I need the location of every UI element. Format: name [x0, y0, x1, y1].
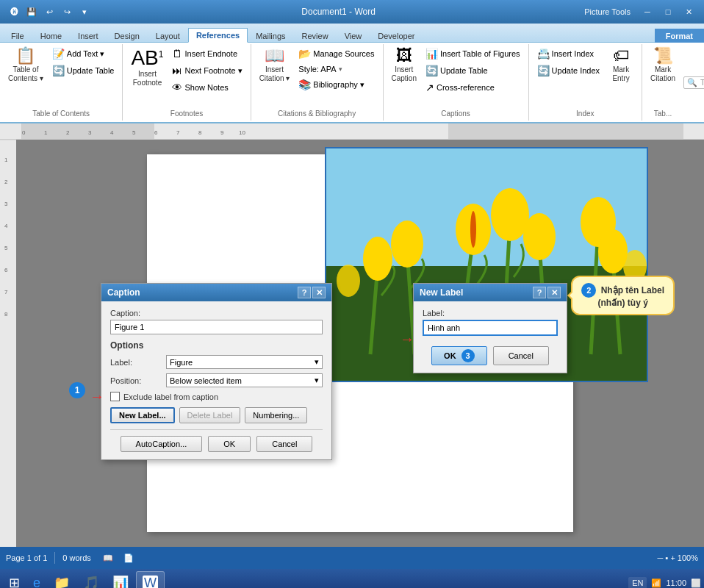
- customize-btn[interactable]: ▾: [76, 4, 93, 20]
- new-label-btn[interactable]: New Label...: [110, 407, 175, 423]
- update-table-captions-btn[interactable]: 🔄 Update Table: [422, 62, 524, 79]
- group-citations-label: Citations & Bibliography: [278, 110, 356, 119]
- svg-text:1: 1: [44, 129, 48, 136]
- new-label-input[interactable]: [423, 320, 558, 336]
- group-footnotes-label: Footnotes: [170, 110, 203, 119]
- toc-icon: 📋: [15, 48, 35, 64]
- tab-design[interactable]: Design: [107, 29, 148, 43]
- svg-text:5: 5: [132, 129, 136, 136]
- new-label-close-btn[interactable]: ✕: [547, 287, 561, 298]
- table-of-contents-btn[interactable]: 📋 Table ofContents ▾: [4, 46, 47, 85]
- cross-reference-btn[interactable]: ↗ Cross-reference: [422, 79, 524, 96]
- tab-mailings[interactable]: Mailings: [248, 29, 293, 43]
- autocaption-btn[interactable]: AutoCaption...: [121, 436, 203, 452]
- update-toc-icon: 🔄: [52, 65, 65, 76]
- clock: 11:00: [666, 578, 686, 587]
- media-btn[interactable]: 🎵: [77, 571, 105, 588]
- start-btn[interactable]: ⊞: [3, 571, 26, 588]
- update-table-toc-btn[interactable]: 🔄 Update Table: [49, 62, 118, 79]
- word-icon[interactable]: 🅦: [6, 4, 22, 20]
- search-icon: 🔍: [687, 78, 697, 87]
- caption-ok-btn[interactable]: OK: [208, 436, 251, 452]
- footnote-icon: AB1: [131, 48, 163, 68]
- new-label-titlebar: New Label ? ✕: [414, 284, 567, 301]
- new-label-ok-btn[interactable]: OK 3: [431, 346, 487, 365]
- svg-text:6: 6: [4, 267, 8, 273]
- numbering-btn[interactable]: Numbering...: [245, 407, 307, 423]
- layout-icon[interactable]: 📄: [123, 553, 134, 563]
- word-count: 0 words: [62, 553, 91, 562]
- cross-ref-icon: ↗: [425, 82, 434, 93]
- endnote-icon: 🗒: [172, 48, 182, 60]
- bibliography-btn[interactable]: 📚 Bibliography ▾: [295, 76, 378, 93]
- insert-footnote-btn[interactable]: AB1 InsertFootnote: [127, 46, 167, 90]
- arrow2: →: [400, 331, 414, 348]
- caption-close-btn[interactable]: ✕: [312, 287, 326, 298]
- add-text-icon: 📝: [52, 48, 65, 60]
- redo-btn[interactable]: ↪: [59, 4, 75, 20]
- tab-review[interactable]: Review: [294, 29, 337, 43]
- caption-dialog: Caption ? ✕ Caption: Options Label: Figu…: [101, 283, 332, 460]
- explorer-btn[interactable]: 📁: [48, 571, 76, 588]
- caption-cancel-btn[interactable]: Cancel: [256, 436, 312, 452]
- undo-btn[interactable]: ↩: [41, 4, 57, 20]
- minimize-btn[interactable]: ─: [638, 4, 657, 19]
- tab-layout[interactable]: Layout: [148, 29, 188, 43]
- zoom-controls[interactable]: ─ ▪ + 100%: [658, 553, 698, 562]
- tab-insert[interactable]: Insert: [70, 29, 107, 43]
- mark-entry-btn[interactable]: 🏷 MarkEntry: [605, 46, 637, 85]
- svg-text:7: 7: [176, 129, 180, 136]
- insert-citation-btn[interactable]: 📖 InsertCitation ▾: [256, 46, 294, 85]
- group-captions-label: Captions: [441, 110, 470, 119]
- table-figures-icon: 📊: [425, 48, 438, 60]
- group-index: 📇 Insert Index 🔄 Update Index 🏷 MarkEntr…: [529, 44, 642, 121]
- new-label-help-btn[interactable]: ?: [533, 287, 546, 298]
- tab-developer[interactable]: Developer: [370, 29, 423, 43]
- next-footnote-btn[interactable]: ⏭ Next Footnote ▾: [168, 62, 245, 79]
- svg-rect-15: [0, 140, 16, 547]
- tab-file[interactable]: File: [3, 29, 32, 43]
- excel-icon: 📊: [112, 575, 129, 588]
- label-select[interactable]: Figure ▾: [166, 355, 323, 369]
- title-bar: 🅦 💾 ↩ ↪ ▾ Document1 - Word Picture Tools…: [0, 0, 704, 24]
- caption-icon: 🖼: [396, 48, 412, 64]
- ie-btn[interactable]: e: [27, 571, 46, 588]
- mark-citation-btn[interactable]: 📜 MarkCitation: [647, 46, 679, 85]
- caption-help-btn[interactable]: ?: [298, 287, 311, 298]
- insert-table-figures-btn[interactable]: 📊 Insert Table of Figures: [422, 46, 524, 62]
- svg-text:5: 5: [4, 245, 8, 251]
- insert-endnote-btn[interactable]: 🗒 Insert Endnote: [168, 46, 245, 62]
- delete-label-btn[interactable]: Delete Label: [179, 407, 241, 423]
- insert-caption-btn[interactable]: 🖼 InsertCaption: [388, 46, 420, 85]
- new-label-cancel-btn[interactable]: Cancel: [493, 346, 549, 365]
- add-text-btn[interactable]: 📝 Add Text ▾: [49, 46, 118, 62]
- svg-rect-2: [448, 123, 683, 140]
- show-desktop-btn[interactable]: ⬜: [691, 578, 701, 588]
- tab-view[interactable]: View: [337, 29, 370, 43]
- caption-input[interactable]: [110, 320, 323, 334]
- group-index-content: 📇 Insert Index 🔄 Update Index 🏷 MarkEntr…: [534, 46, 637, 108]
- manage-sources-btn[interactable]: 📂 Manage Sources: [295, 46, 378, 62]
- close-btn[interactable]: ✕: [679, 4, 698, 19]
- show-notes-btn[interactable]: 👁 Show Notes: [168, 79, 245, 96]
- tab-home[interactable]: Home: [32, 29, 70, 43]
- update-captions-icon: 🔄: [425, 65, 438, 76]
- help-search-box[interactable]: 🔍 Tell me what you want to do...: [683, 76, 704, 89]
- insert-index-btn[interactable]: 📇 Insert Index: [534, 46, 603, 62]
- read-mode-icon[interactable]: 📖: [103, 553, 113, 563]
- style-select[interactable]: Style: APA ▾: [295, 62, 378, 76]
- show-notes-icon: 👁: [172, 82, 182, 93]
- update-index-btn[interactable]: 🔄 Update Index: [534, 62, 603, 79]
- group-auth-content: 📜 MarkCitation: [647, 46, 679, 108]
- tab-format-picture[interactable]: Format: [655, 29, 704, 43]
- group-captions: 🖼 InsertCaption 📊 Insert Table of Figure…: [384, 44, 529, 121]
- exclude-checkbox[interactable]: [110, 392, 120, 401]
- word-taskbar-btn[interactable]: W: [136, 571, 165, 588]
- position-select[interactable]: Below selected item ▾: [166, 373, 323, 387]
- tab-references[interactable]: References: [188, 28, 248, 43]
- excel-btn[interactable]: 📊: [107, 571, 134, 588]
- svg-text:7: 7: [4, 289, 8, 295]
- save-btn[interactable]: 💾: [24, 4, 40, 20]
- group-auth-label: Tab...: [654, 110, 672, 119]
- maximize-btn[interactable]: □: [658, 4, 678, 19]
